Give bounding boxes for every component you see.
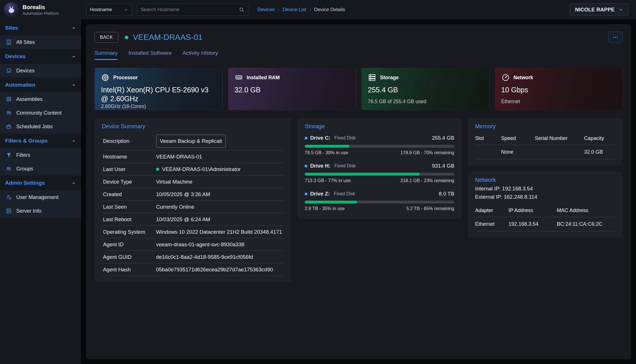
brand-tagline: Automation Platform [23, 11, 59, 16]
stat-card-label: Network [514, 75, 533, 81]
chevron-up-icon [72, 83, 76, 87]
sidebar-item-devices[interactable]: Devices [0, 64, 81, 78]
groups-icon [6, 166, 12, 172]
briefcase-icon [6, 123, 12, 130]
more-options-button[interactable] [608, 32, 623, 43]
network-table: Adapter IP Address MAC Address Ethernet … [475, 204, 615, 231]
sidebar-item-user-management[interactable]: User Management [0, 190, 81, 204]
row-label: Agent ID [103, 241, 156, 248]
row-value: Windows 10 2022 Datacenter 21H2 Build 20… [156, 229, 282, 235]
sidebar-item-all-sites[interactable]: All Sites [0, 35, 81, 49]
summary-row-agent-guid: Agent GUID de16c0c1-8aa2-4d18-9585-9ce91… [102, 251, 284, 263]
memory-header-speed: Speed [501, 132, 535, 145]
sidebar: Sites All Sites Devices Devices Automati… [0, 19, 81, 364]
memory-cell-speed: None [501, 145, 535, 159]
stat-card-label: Processor [113, 75, 138, 81]
hostname-filter-value: Hostname [90, 7, 112, 13]
drive-usage-fill [305, 201, 357, 204]
tab-installed-software[interactable]: Installed Software [128, 50, 171, 60]
sidebar-item-label: Filters [16, 152, 30, 158]
row-value: Virtual Machine [156, 179, 192, 185]
user-gear-icon [6, 194, 12, 200]
device-header: BACK VEEAM-DRAAS-01 [94, 32, 623, 43]
online-status-dot [156, 168, 159, 171]
chevron-down-icon [619, 7, 623, 12]
tab-activity-history[interactable]: Activity History [182, 50, 218, 60]
right-column: Memory Slot Speed Serial Number Capacity… [468, 118, 623, 238]
drive-h-row: Drive H: Fixed Disk 931.4 GB 713.3 GB - … [305, 163, 454, 183]
drive-usage-fill [305, 145, 350, 148]
sidebar-item-label: Community Content [16, 110, 62, 116]
panel-title: Network [475, 177, 615, 183]
row-label: Hostname [103, 154, 156, 160]
user-menu-button[interactable]: NICOLE RAPPE [570, 3, 629, 16]
sidebar-section-admin-settings[interactable]: Admin Settings [0, 176, 81, 190]
internal-ip: Internal IP: 192.168.3.54 [475, 186, 615, 192]
hostname-filter-select[interactable]: Hostname [86, 4, 132, 16]
brand: Borealis Automation Platform [0, 2, 81, 17]
brand-text: Borealis Automation Platform [23, 4, 59, 16]
stat-cards: Processor Intel(R) Xeon(R) CPU E5-2690 v… [94, 68, 623, 110]
drive-type: Fixed Disk [334, 191, 355, 196]
summary-row-agent-hash: Agent Hash 05ba0e7935171d626ecea29b27d7a… [102, 263, 284, 276]
row-label: Last Seen [103, 204, 156, 210]
network-header-adapter: Adapter [475, 204, 508, 217]
device-title: VEEAM-DRAAS-01 [133, 33, 203, 42]
summary-row-last-user: Last User VEEAM-DRAAS-01\Administrator [102, 163, 284, 176]
installed-ram-card: Installed RAM 32.0 GB [228, 68, 356, 110]
people-icon [6, 110, 12, 116]
sidebar-item-scheduled-jobs[interactable]: Scheduled Jobs [0, 120, 81, 133]
row-label: Agent Hash [103, 267, 156, 273]
search-input[interactable] [141, 7, 239, 13]
description-input[interactable] [156, 135, 226, 148]
breadcrumb-devices[interactable]: Devices [257, 7, 274, 13]
online-status-dot [125, 36, 128, 39]
drive-used: 2.8 TB - 35% in use [305, 206, 345, 211]
drive-bullet-icon [305, 193, 307, 195]
ellipsis-icon [612, 34, 619, 40]
memory-panel: Memory Slot Speed Serial Number Capacity… [468, 118, 623, 166]
sidebar-section-sites[interactable]: Sites [0, 21, 81, 35]
sidebar-item-label: Devices [16, 68, 35, 74]
stat-card-label: Storage [380, 75, 399, 81]
sidebar-section-automation[interactable]: Automation [0, 78, 81, 92]
sidebar-section-devices[interactable]: Devices [0, 49, 81, 64]
sidebar-item-community-content[interactable]: Community Content [0, 106, 81, 120]
stat-card-sub: 2.60GHz (16-Cores) [101, 103, 216, 109]
tab-summary[interactable]: Summary [94, 50, 118, 60]
stat-card-sub [235, 99, 350, 105]
network-panel: Network Internal IP: 192.168.3.54 Extern… [468, 172, 623, 238]
gauge-icon [501, 73, 510, 82]
back-button[interactable]: BACK [94, 32, 118, 43]
sidebar-section-filters-groups[interactable]: Filters & Groups [0, 133, 81, 148]
sidebar-item-label: Assemblies [16, 96, 43, 102]
drive-bullet-icon [305, 137, 307, 139]
row-value: veeam-draas-01-agent-svc-8930a338 [156, 241, 245, 248]
drive-z-row: Drive Z: Fixed Disk 8.0 TB 2.8 TB - 35% … [305, 191, 454, 211]
stat-card-value: 32.0 GB [235, 86, 350, 94]
section-label: Sites [5, 25, 18, 31]
panel-title: Storage [305, 123, 454, 130]
breadcrumb-current: Device Details [314, 7, 345, 13]
drive-usage-bar [305, 145, 454, 148]
sidebar-item-label: Scheduled Jobs [16, 124, 53, 130]
breadcrumb-separator: › [278, 7, 279, 13]
search-icon[interactable] [239, 7, 245, 13]
row-label: Device Type [103, 179, 156, 185]
sidebar-item-server-info[interactable]: Server Info [0, 204, 81, 218]
breadcrumb: Devices › Device List › Device Details [257, 7, 345, 13]
drive-bullet-icon [305, 165, 307, 167]
memory-header-capacity: Capacity [584, 132, 615, 145]
network-header-ip: IP Address [508, 204, 557, 217]
sidebar-item-filters[interactable]: Filters [0, 148, 81, 162]
network-cell-adapter: Ethernet [475, 217, 508, 231]
drive-usage-bar [305, 173, 454, 176]
stat-card-sub: Ethernet [501, 99, 616, 105]
memory-cell-slot [475, 145, 501, 159]
breadcrumb-device-list[interactable]: Device List [282, 7, 306, 13]
sidebar-item-assemblies[interactable]: Assemblies [0, 92, 81, 106]
device-summary-panel: Device Summary Description Hostname VEEA… [94, 118, 291, 282]
memory-cell-serial [535, 145, 584, 159]
panels-row: Device Summary Description Hostname VEEA… [94, 118, 623, 282]
sidebar-item-groups[interactable]: Groups [0, 162, 81, 176]
